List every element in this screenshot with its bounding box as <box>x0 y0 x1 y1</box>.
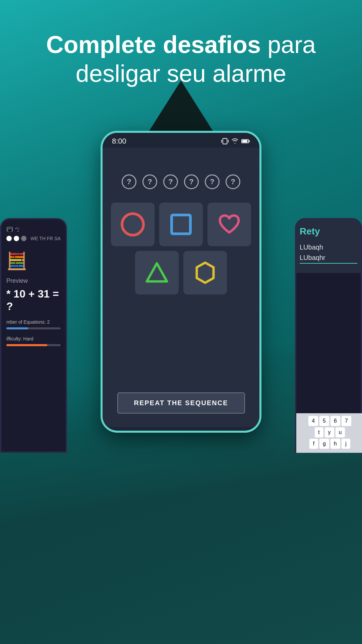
day-labels: WE TH FR SA <box>31 236 61 241</box>
svg-point-7 <box>122 214 143 235</box>
svg-marker-9 <box>147 263 167 281</box>
keyboard-number-row: 4 5 6 7 <box>299 416 361 426</box>
shapes-grid <box>111 203 251 294</box>
equations-label: mber of Equations: 2 <box>6 319 61 325</box>
difficulty-slider[interactable] <box>6 344 61 346</box>
header-bold: Complete desafios <box>46 31 261 58</box>
heart-shape <box>216 211 243 238</box>
keyboard-row-fghj: f g h j <box>299 439 361 449</box>
preview-label: Preview <box>6 277 61 284</box>
circle-shape <box>119 211 146 238</box>
keyboard-row-tyu: t y u <box>299 427 361 437</box>
phone-left: 📳 WE TH FR SA 🧮 Preview * 10 + 31 = ? <box>0 218 67 453</box>
svg-rect-1 <box>223 139 227 144</box>
shapes-row-2 <box>135 251 227 294</box>
svg-marker-10 <box>197 263 214 283</box>
status-icons <box>221 138 250 145</box>
key-4[interactable]: 4 <box>308 416 318 426</box>
phone-right: Rety LUbaqh LUbaqhr 4 5 6 7 t y u f g h … <box>295 218 362 453</box>
key-y[interactable]: y <box>325 427 334 437</box>
key-u[interactable]: u <box>336 427 345 437</box>
battery-icon <box>241 139 250 144</box>
hexagon-shape <box>192 259 219 286</box>
difficulty-label: ifficulty: Hard <box>6 336 61 341</box>
header: Complete desafios para desligar seu alar… <box>0 30 362 88</box>
status-bar: 8:00 <box>103 133 259 148</box>
seq-item-5: ? <box>205 174 220 189</box>
phone-content: ? ? ? ? ? ? <box>103 148 259 427</box>
square-button[interactable] <box>159 203 203 246</box>
square-shape <box>168 211 194 238</box>
retype-label: Rety <box>300 226 357 237</box>
svg-rect-6 <box>242 140 248 143</box>
key-t[interactable]: t <box>315 427 323 437</box>
difficulty-slider-fill <box>6 344 47 346</box>
key-5[interactable]: 5 <box>319 416 329 426</box>
status-time: 8:00 <box>112 137 126 146</box>
seq-item-4: ? <box>184 174 199 189</box>
keyboard[interactable]: 4 5 6 7 t y u f g h j <box>296 413 362 453</box>
circle-button[interactable] <box>111 203 155 246</box>
equations-slider-fill <box>6 327 28 329</box>
sequence-indicators: ? ? ? ? ? ? <box>122 174 240 189</box>
day-dot-fr <box>21 236 26 241</box>
vibrate-icon <box>221 138 229 145</box>
key-h[interactable]: h <box>330 439 340 449</box>
key-g[interactable]: g <box>319 439 329 449</box>
equations-slider[interactable] <box>6 327 61 329</box>
wifi-icon <box>231 138 239 144</box>
seq-item-2: ? <box>142 174 157 189</box>
header-light-2: desligar seu alarme <box>76 60 286 87</box>
key-j[interactable]: j <box>342 439 350 449</box>
seq-item-6: ? <box>226 174 240 189</box>
seq-item-3: ? <box>163 174 178 189</box>
repeat-sequence-button[interactable]: REPEAT THE SEQUENCE <box>117 392 245 414</box>
key-7[interactable]: 7 <box>342 416 351 426</box>
seq-item-1: ? <box>122 174 136 189</box>
retype-text-2: LUbaqhr <box>300 254 357 264</box>
day-dot-we <box>6 236 12 241</box>
main-phone: 8:00 <box>101 131 261 433</box>
svg-rect-5 <box>249 140 250 142</box>
day-dot-th <box>14 236 19 241</box>
triangle-button[interactable] <box>135 251 179 294</box>
svg-rect-8 <box>172 215 190 234</box>
heart-button[interactable] <box>207 203 251 246</box>
vibrate-icon-left: 📳 <box>6 226 13 232</box>
retype-text-1: LUbaqh <box>300 244 357 251</box>
wifi-icon-left <box>15 227 21 232</box>
shapes-row-1 <box>111 203 251 246</box>
key-f[interactable]: f <box>309 439 318 449</box>
hexagon-button[interactable] <box>183 251 227 294</box>
triangle-shape <box>143 259 170 286</box>
header-light: para <box>261 31 316 58</box>
key-6[interactable]: 6 <box>330 416 340 426</box>
calc-equation: * 10 + 31 = ? <box>6 288 61 313</box>
calculator-icon: 🧮 <box>6 251 61 271</box>
